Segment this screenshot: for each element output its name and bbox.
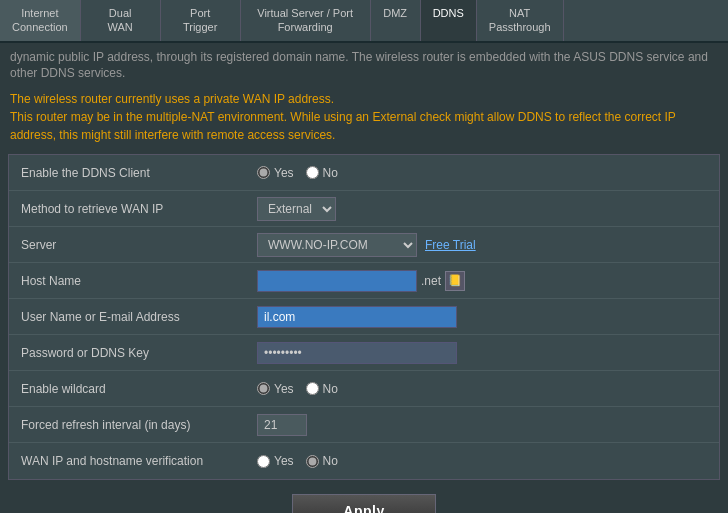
enable-ddns-row: Enable the DDNS Client Yes No (9, 155, 719, 191)
method-wan-ip-label: Method to retrieve WAN IP (9, 196, 249, 222)
password-input[interactable] (257, 342, 457, 364)
button-row: Apply (0, 484, 728, 513)
info-text: dynamic public IP address, through its r… (0, 43, 728, 87)
tab-virtual-server[interactable]: Virtual Server / Port Forwarding (241, 0, 371, 41)
username-label: User Name or E-mail Address (9, 304, 249, 330)
enable-ddns-radio-group: Yes No (257, 166, 338, 180)
host-name-suffix: .net (421, 274, 441, 288)
password-label: Password or DDNS Key (9, 340, 249, 366)
wan-ip-verify-label: WAN IP and hostname verification (9, 448, 249, 474)
apply-button[interactable]: Apply (292, 494, 435, 513)
host-input-group: .net 📒 (257, 270, 465, 292)
server-label: Server (9, 232, 249, 258)
method-wan-ip-value: External Internal (249, 193, 719, 225)
wan-ip-verify-row: WAN IP and hostname verification Yes No (9, 443, 719, 479)
nav-tabs: Internet Connection Dual WAN Port Trigge… (0, 0, 728, 43)
wan-ip-verify-yes-option[interactable]: Yes (257, 454, 294, 468)
free-trial-link[interactable]: Free Trial (425, 238, 476, 252)
tab-internet-connection[interactable]: Internet Connection (0, 0, 81, 41)
host-name-row: Host Name .net 📒 (9, 263, 719, 299)
wildcard-label: Enable wildcard (9, 376, 249, 402)
wan-ip-verify-no-radio[interactable] (306, 455, 319, 468)
host-name-input[interactable] (257, 270, 417, 292)
wildcard-yes-radio[interactable] (257, 382, 270, 395)
wan-ip-verify-no-option[interactable]: No (306, 454, 338, 468)
ddns-form: Enable the DDNS Client Yes No Method to … (8, 154, 720, 480)
server-select[interactable]: WWW.NO-IP.COM WWW.DYNDNS.COM ASUS DDNS (257, 233, 417, 257)
enable-ddns-yes-radio[interactable] (257, 166, 270, 179)
wildcard-value: Yes No (249, 378, 719, 400)
address-book-icon[interactable]: 📒 (445, 271, 465, 291)
forced-refresh-input[interactable] (257, 414, 307, 436)
wan-ip-verify-radio-group: Yes No (257, 454, 338, 468)
username-input[interactable] (257, 306, 457, 328)
forced-refresh-value (249, 410, 719, 440)
enable-ddns-value: Yes No (249, 162, 719, 184)
warning-line3: address, this might still interfere with… (10, 126, 718, 144)
host-name-value: .net 📒 (249, 266, 719, 296)
forced-refresh-label: Forced refresh interval (in days) (9, 412, 249, 438)
enable-ddns-no-option[interactable]: No (306, 166, 338, 180)
warning-line1: The wireless router currently uses a pri… (10, 90, 718, 108)
tab-ddns[interactable]: DDNS (421, 0, 477, 41)
password-row: Password or DDNS Key (9, 335, 719, 371)
username-row: User Name or E-mail Address (9, 299, 719, 335)
tab-nat-passthrough[interactable]: NAT Passthrough (477, 0, 564, 41)
warning-section: The wireless router currently uses a pri… (0, 86, 728, 150)
method-wan-ip-select[interactable]: External Internal (257, 197, 336, 221)
forced-refresh-row: Forced refresh interval (in days) (9, 407, 719, 443)
tab-port-trigger[interactable]: Port Trigger (161, 0, 241, 41)
server-value: WWW.NO-IP.COM WWW.DYNDNS.COM ASUS DDNS F… (249, 229, 719, 261)
method-wan-ip-row: Method to retrieve WAN IP External Inter… (9, 191, 719, 227)
warning-line2: This router may be in the multiple-NAT e… (10, 108, 718, 126)
enable-ddns-label: Enable the DDNS Client (9, 160, 249, 186)
server-row: Server WWW.NO-IP.COM WWW.DYNDNS.COM ASUS… (9, 227, 719, 263)
enable-ddns-yes-option[interactable]: Yes (257, 166, 294, 180)
password-value (249, 338, 719, 368)
wildcard-no-radio[interactable] (306, 382, 319, 395)
wildcard-row: Enable wildcard Yes No (9, 371, 719, 407)
tab-dmz[interactable]: DMZ (371, 0, 421, 41)
enable-ddns-no-radio[interactable] (306, 166, 319, 179)
wildcard-no-option[interactable]: No (306, 382, 338, 396)
wildcard-radio-group: Yes No (257, 382, 338, 396)
wildcard-yes-option[interactable]: Yes (257, 382, 294, 396)
tab-dual-wan[interactable]: Dual WAN (81, 0, 161, 41)
wan-ip-verify-yes-radio[interactable] (257, 455, 270, 468)
host-name-label: Host Name (9, 268, 249, 294)
username-value (249, 302, 719, 332)
wan-ip-verify-value: Yes No (249, 450, 719, 472)
